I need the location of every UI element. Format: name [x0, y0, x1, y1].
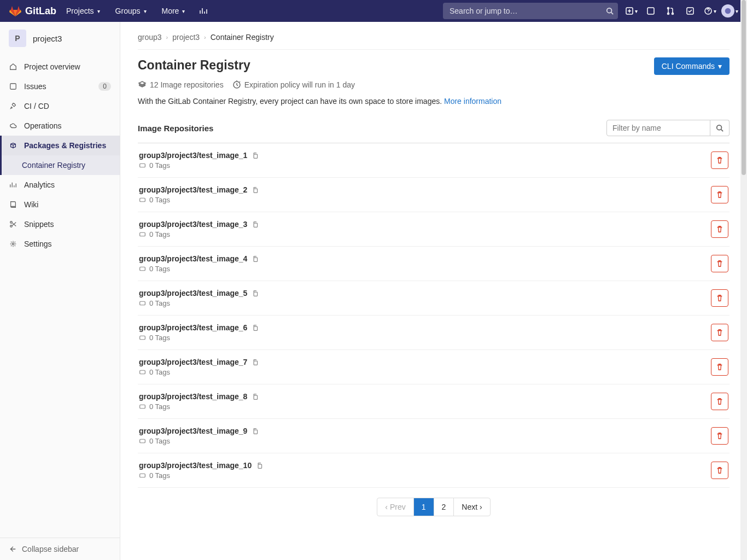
- svg-rect-2: [647, 8, 654, 14]
- brand-text: GitLab: [25, 5, 56, 17]
- page-2[interactable]: 2: [434, 498, 454, 516]
- repo-item: group3/project3/test_image_3 0 Tags: [138, 212, 730, 247]
- breadcrumb-group[interactable]: group3: [138, 33, 162, 42]
- gitlab-logo[interactable]: GitLab: [9, 4, 56, 18]
- svg-rect-17: [254, 189, 258, 192]
- repo-link[interactable]: group3/project3/test_image_7: [139, 358, 247, 366]
- sidebar-item-overview[interactable]: Project overview: [0, 57, 120, 77]
- delete-button[interactable]: [711, 220, 728, 238]
- repo-link[interactable]: group3/project3/test_image_1: [139, 151, 247, 160]
- delete-button[interactable]: [711, 358, 728, 376]
- tag-icon: [139, 334, 146, 341]
- tags-count: 0 Tags: [149, 265, 170, 273]
- page-prev[interactable]: ‹ Prev: [377, 498, 413, 516]
- clipboard-icon[interactable]: [252, 186, 259, 194]
- project-context[interactable]: P project3: [0, 22, 120, 55]
- repo-link[interactable]: group3/project3/test_image_8: [139, 392, 247, 401]
- nav-projects[interactable]: Projects▾: [61, 3, 106, 19]
- plus-menu[interactable]: ▾: [622, 2, 640, 20]
- svg-rect-20: [140, 232, 145, 236]
- sidebar-item-settings[interactable]: Settings: [0, 234, 120, 254]
- nav-more[interactable]: More▾: [156, 3, 191, 19]
- merge-requests-icon[interactable]: [662, 2, 679, 20]
- nav-activity-icon[interactable]: [195, 2, 212, 20]
- clipboard-icon[interactable]: [252, 290, 259, 297]
- clipboard-icon[interactable]: [252, 428, 259, 435]
- collapse-label: Collapse sidebar: [22, 545, 79, 553]
- repo-count: 12 Image repositories: [150, 80, 224, 89]
- svg-rect-25: [254, 326, 258, 330]
- page-next[interactable]: Next ›: [454, 498, 489, 516]
- delete-button[interactable]: [711, 289, 728, 307]
- tag-icon: [139, 231, 146, 238]
- cli-commands-button[interactable]: CLI Commands ▾: [654, 57, 730, 75]
- description: With the GitLab Container Registry, ever…: [138, 97, 730, 106]
- svg-point-10: [10, 221, 13, 224]
- sidebar-item-issues[interactable]: Issues0: [0, 77, 120, 96]
- todos-icon[interactable]: [681, 2, 699, 20]
- tag-icon: [139, 438, 146, 445]
- clipboard-icon[interactable]: [252, 359, 259, 366]
- svg-rect-33: [258, 464, 262, 468]
- repo-link[interactable]: group3/project3/test_image_6: [139, 323, 247, 332]
- breadcrumb-project[interactable]: project3: [172, 33, 200, 42]
- page-1[interactable]: 1: [414, 498, 434, 516]
- scrollbar[interactable]: [740, 0, 747, 560]
- svg-rect-29: [254, 395, 258, 399]
- repo-link[interactable]: group3/project3/test_image_10: [139, 461, 252, 470]
- sidebar-item-analytics[interactable]: Analytics: [0, 175, 120, 195]
- sidebar-item-label: Analytics: [24, 180, 55, 189]
- chevron-down-icon: ▾: [714, 8, 716, 14]
- repo-link[interactable]: group3/project3/test_image_3: [139, 220, 247, 229]
- svg-rect-24: [140, 301, 145, 305]
- chevron-down-icon: ▾: [718, 62, 722, 71]
- delete-button[interactable]: [711, 393, 728, 410]
- delete-button[interactable]: [711, 186, 728, 203]
- clipboard-icon[interactable]: [256, 462, 263, 469]
- svg-point-14: [717, 125, 722, 130]
- repo-link[interactable]: group3/project3/test_image_4: [139, 254, 247, 263]
- collapse-sidebar[interactable]: Collapse sidebar: [0, 538, 120, 560]
- breadcrumb: group3 › project3 › Container Registry: [138, 31, 730, 50]
- clipboard-icon[interactable]: [252, 393, 259, 400]
- sidebar-item-wiki[interactable]: Wiki: [0, 195, 120, 214]
- clipboard-icon[interactable]: [252, 152, 259, 159]
- chevron-right-icon: ›: [166, 34, 168, 40]
- sidebar-item-cicd[interactable]: CI / CD: [0, 96, 120, 116]
- repo-item: group3/project3/test_image_6 0 Tags: [138, 316, 730, 350]
- delete-button[interactable]: [711, 151, 728, 169]
- repo-item: group3/project3/test_image_9 0 Tags: [138, 419, 730, 453]
- sidebar-item-operations[interactable]: Operations: [0, 116, 120, 136]
- delete-button[interactable]: [711, 427, 728, 445]
- clipboard-icon[interactable]: [252, 255, 259, 262]
- delete-button[interactable]: [711, 255, 728, 272]
- clipboard-icon[interactable]: [252, 221, 259, 228]
- scrollbar-thumb[interactable]: [742, 0, 746, 175]
- search-input[interactable]: [443, 3, 618, 19]
- issues-icon[interactable]: [642, 2, 660, 20]
- tag-icon: [139, 196, 146, 203]
- filter-search-button[interactable]: [710, 120, 730, 136]
- tags-count: 0 Tags: [149, 161, 170, 170]
- tag-icon: [139, 403, 146, 410]
- user-menu[interactable]: ▾: [721, 2, 738, 20]
- tag-icon: [139, 472, 146, 479]
- help-menu[interactable]: ▾: [701, 2, 719, 20]
- svg-rect-30: [140, 405, 145, 409]
- more-info-link[interactable]: More information: [444, 97, 501, 106]
- tags-count: 0 Tags: [149, 368, 170, 376]
- svg-rect-16: [140, 164, 145, 167]
- nav-groups[interactable]: Groups▾: [110, 3, 152, 19]
- delete-button[interactable]: [711, 462, 728, 479]
- repo-link[interactable]: group3/project3/test_image_9: [139, 427, 247, 435]
- delete-button[interactable]: [711, 324, 728, 341]
- sidebar-item-snippets[interactable]: Snippets: [0, 214, 120, 234]
- repo-link[interactable]: group3/project3/test_image_2: [139, 185, 247, 194]
- sidebar-subitem-container-registry[interactable]: Container Registry: [0, 155, 120, 175]
- chevron-right-icon: ›: [204, 34, 206, 40]
- gear-icon: [9, 240, 17, 248]
- repo-link[interactable]: group3/project3/test_image_5: [139, 289, 247, 298]
- filter-input[interactable]: [606, 120, 710, 136]
- clipboard-icon[interactable]: [252, 324, 259, 331]
- sidebar-item-packages[interactable]: Packages & Registries: [0, 136, 120, 155]
